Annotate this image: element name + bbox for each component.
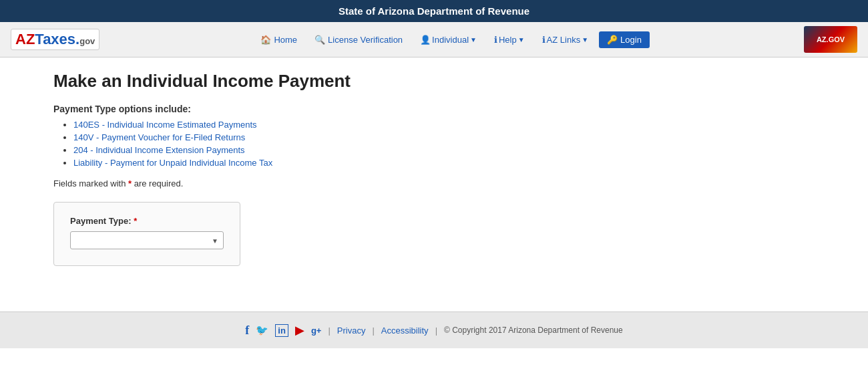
banner-title: State of Arizona Department of Revenue <box>339 5 529 17</box>
accessibility-link[interactable]: Accessibility <box>381 326 429 336</box>
home-icon: 🏠 <box>260 35 271 45</box>
nav-azlinks[interactable]: ℹ AZ Links ▼ <box>535 31 595 48</box>
payment-form-box: Payment Type: * 140ES - Individual Incom… <box>53 202 240 266</box>
facebook-icon[interactable]: f <box>245 324 249 338</box>
footer-links: f 🐦 in ▶ g+ | Privacy | Accessibility | … <box>0 323 868 338</box>
copyright-text: © Copyright 2017 Arizona Department of R… <box>444 326 623 335</box>
payment-link-140es[interactable]: 140ES - Individual Income Estimated Paym… <box>73 120 257 130</box>
payment-link-204[interactable]: 204 - Individual Income Extension Paymen… <box>73 145 245 155</box>
youtube-icon[interactable]: ▶ <box>295 323 304 338</box>
googleplus-icon[interactable]: g+ <box>311 326 322 336</box>
top-banner: State of Arizona Department of Revenue <box>0 0 868 22</box>
required-asterisk: * <box>128 178 132 188</box>
privacy-link[interactable]: Privacy <box>337 326 366 336</box>
logo-gov: gov <box>79 36 95 46</box>
footer-separator-1: | <box>328 326 330 336</box>
payment-link-liability[interactable]: Liability - Payment for Unpaid Individua… <box>73 158 272 168</box>
nav-help-label: Help <box>499 35 517 45</box>
payment-type-label: Payment Type: * <box>70 216 224 226</box>
main-content: Make an Individual Income Payment Paymen… <box>0 57 868 311</box>
payment-options-label: Payment Type options include: <box>53 104 841 114</box>
required-note: Fields marked with * are required. <box>53 178 841 188</box>
individual-dropdown-arrow: ▼ <box>470 36 477 43</box>
nav-menu: 🏠 Home 🔍 License Verification 👤 Individu… <box>99 31 804 48</box>
logo-taxes: Taxes. <box>35 31 79 47</box>
footer-separator-3: | <box>435 326 437 336</box>
azgov-badge[interactable]: AZ.GOV <box>804 26 857 53</box>
nav-individual-label: Individual <box>432 35 469 45</box>
footer: f 🐦 in ▶ g+ | Privacy | Accessibility | … <box>0 311 868 348</box>
nav-login-label: Login <box>620 35 642 45</box>
person-icon: 👤 <box>420 35 431 45</box>
list-item: 204 - Individual Income Extension Paymen… <box>73 145 841 155</box>
list-item: 140ES - Individual Income Estimated Paym… <box>73 120 841 130</box>
help-dropdown-arrow: ▼ <box>518 36 525 43</box>
twitter-icon[interactable]: 🐦 <box>256 324 268 336</box>
payment-link-140v[interactable]: 140V - Payment Voucher for E-Filed Retur… <box>73 132 245 142</box>
logo[interactable]: AZTaxes.gov <box>11 29 99 50</box>
linkedin-icon[interactable]: in <box>275 324 288 337</box>
nav-home[interactable]: 🏠 Home <box>254 31 304 48</box>
info-icon: ℹ <box>494 35 497 45</box>
nav-help[interactable]: ℹ Help ▼ <box>487 31 531 48</box>
azlinks-dropdown-arrow: ▼ <box>582 36 588 43</box>
nav-license-label: License Verification <box>328 35 403 45</box>
navbar: AZTaxes.gov 🏠 Home 🔍 License Verificatio… <box>0 22 868 57</box>
payment-list: 140ES - Individual Income Estimated Paym… <box>53 120 841 168</box>
payment-type-required: * <box>134 216 137 226</box>
nav-individual[interactable]: 👤 Individual ▼ <box>413 31 483 48</box>
payment-type-select-wrapper: 140ES - Individual Income Estimated Paym… <box>70 231 224 249</box>
logo-az: AZ <box>15 31 35 47</box>
azlinks-icon: ℹ <box>542 35 546 45</box>
footer-separator-2: | <box>372 326 374 336</box>
nav-home-label: Home <box>274 35 297 45</box>
page-title: Make an Individual Income Payment <box>53 71 841 92</box>
search-icon: 🔍 <box>314 35 325 45</box>
list-item: Liability - Payment for Unpaid Individua… <box>73 158 841 168</box>
nav-login[interactable]: 🔑 Login <box>599 31 650 48</box>
login-icon: 🔑 <box>607 35 618 45</box>
list-item: 140V - Payment Voucher for E-Filed Retur… <box>73 132 841 142</box>
azgov-label: AZ.GOV <box>817 35 845 43</box>
payment-type-select[interactable]: 140ES - Individual Income Estimated Paym… <box>70 231 224 249</box>
nav-azlinks-label: AZ Links <box>547 35 581 45</box>
nav-license[interactable]: 🔍 License Verification <box>308 31 409 48</box>
